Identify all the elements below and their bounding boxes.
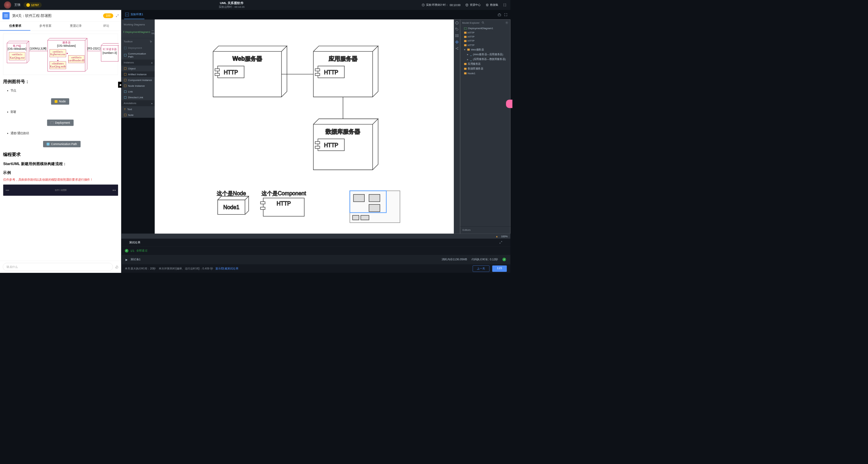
tab-answer[interactable]: 参考答案 [30, 22, 60, 31]
collapse-handle[interactable]: ◀ [118, 82, 122, 88]
warning-note: 仅作参考，具体保存路径以及创建的模型请按照题目要求进行操作！ [3, 178, 118, 182]
svg-rect-51 [369, 195, 380, 202]
svg-text:{100M以太网}: {100M以太网} [30, 47, 46, 50]
tree-node1[interactable]: Node1 [460, 71, 510, 75]
svg-text:{number=3}: {number=3} [102, 52, 117, 55]
resource-center-link[interactable]: 资源中心 [465, 3, 481, 7]
coins-badge[interactable]: 12707 [23, 2, 41, 7]
env-icon [125, 13, 129, 16]
prev-button[interactable]: 上一关 [473, 265, 489, 272]
countdown: 实验环境倒计时：00:10:00 [422, 3, 460, 7]
tree-http[interactable]: HTTP [460, 39, 510, 43]
li-path: 通道/通信路径 [11, 132, 118, 135]
comment-bar: 说点什么 [0, 261, 121, 273]
component-icon [464, 40, 466, 42]
component-icon [464, 44, 466, 46]
layers-icon [486, 3, 489, 6]
comment-input[interactable]: 说点什么 [3, 263, 113, 271]
menu-button[interactable] [2, 12, 9, 19]
svg-point-60 [458, 49, 458, 50]
test-results-tab[interactable]: 测试结果 [129, 241, 140, 244]
diagram-icon [464, 27, 467, 29]
expand-ide-icon[interactable] [504, 13, 508, 17]
tb-artifact-instance[interactable]: Artifact Instance [121, 72, 155, 77]
fullscreen-icon[interactable] [503, 3, 506, 6]
svg-text:cardReader.dll: cardReader.dll [68, 59, 84, 62]
canvas-status-bar: ▲ 100% [121, 234, 510, 239]
symbol-deployment: Deployment [47, 120, 74, 126]
env-tab[interactable]: 实验环境1 [124, 10, 144, 19]
tag-icon[interactable] [455, 27, 459, 31]
svg-text:KqServer.exe: KqServer.exe [50, 53, 65, 56]
test-set-row[interactable]: ▶测试集1 消耗内存1136.05MB 代码执行时长: 0.12秒 ✓ [121, 255, 510, 264]
working-diagram-item[interactable]: DeploymentDiagram1— Mod [121, 28, 155, 36]
share-icon[interactable] [455, 47, 459, 51]
next-button[interactable]: 11S [492, 265, 507, 272]
svg-rect-50 [353, 195, 364, 202]
total-time: 实验总用时：00:18:26 [219, 5, 245, 9]
svg-rect-31 [315, 69, 320, 71]
tb-deployment[interactable]: Deployment [121, 45, 155, 51]
expand-results-icon[interactable] [499, 241, 502, 244]
search-icon[interactable] [482, 21, 485, 24]
svg-point-59 [458, 47, 458, 48]
tb-commpath[interactable]: Communication Path [121, 51, 155, 60]
puzzle-icon[interactable] [455, 21, 459, 25]
symbol-commpath: Communication Path [43, 141, 81, 147]
help-bubble[interactable] [506, 100, 513, 108]
thumbs-up-icon[interactable] [115, 265, 118, 268]
tree-http[interactable]: HTTP [460, 43, 510, 47]
username: 王强 [14, 3, 21, 7]
tb-node-instance[interactable]: Node Instance [121, 83, 155, 89]
tb-note[interactable]: Note [121, 112, 155, 118]
tab-reset[interactable]: 重置记录 [61, 22, 91, 31]
example-diagram: 客户端 {OS=Windows} «artifact» KaoQing.exe … [3, 34, 118, 75]
svg-rect-46 [261, 207, 265, 209]
svg-text:服务器: 服务器 [62, 41, 71, 44]
tree-web[interactable]: ▾Web服务器 [460, 47, 510, 52]
dataset-link[interactable]: 数据集 [486, 3, 499, 7]
diagram-canvas[interactable]: Web服务器 HTTP 应用服务器 HTTP 数据库服务器 [155, 20, 454, 234]
tb-object[interactable]: Object [121, 65, 155, 71]
svg-rect-38 [315, 146, 320, 148]
editors-label: Editors [460, 226, 510, 234]
tb-cat-annotations[interactable]: Annotations▴ [121, 100, 155, 106]
tb-cat-instances[interactable]: Instances▴ [121, 60, 155, 66]
tb-directed-link[interactable]: Directed Link [121, 95, 155, 100]
gear-icon[interactable] [505, 21, 508, 24]
test-summary: ✓ 1/1 全部通过 [121, 246, 510, 255]
warning-icon[interactable]: ▲ [496, 235, 498, 238]
svg-text:HTTP: HTTP [224, 69, 238, 75]
columns-icon[interactable] [455, 34, 459, 38]
tab-requirements[interactable]: 任务要求 [0, 22, 30, 31]
move-icon[interactable] [455, 40, 459, 44]
test-results-panel: 测试结果 ✓ 1/1 全部通过 ▶测试集1 消耗内存1136.05MB 代码执行… [121, 239, 510, 264]
avatar[interactable] [4, 1, 11, 8]
svg-rect-57 [457, 35, 458, 37]
tree-http[interactable]: HTTP [460, 35, 510, 39]
svg-rect-54 [361, 215, 369, 220]
cursor-icon [150, 40, 152, 43]
svg-rect-27 [215, 73, 219, 76]
zoom-level[interactable]: 100% [501, 235, 508, 238]
svg-text:Web服务器: Web服务器 [232, 55, 262, 62]
tab-comment[interactable]: 评论 [91, 22, 121, 31]
tree-db[interactable]: 数据库服务器 [460, 66, 510, 71]
svg-text:应用服务器: 应用服务器 [328, 55, 358, 62]
memory-usage: 消耗内存1136.05MB [442, 258, 467, 261]
tb-link[interactable]: Link [121, 89, 155, 95]
tree-app[interactable]: 应用服务器 [460, 62, 510, 66]
tree-http[interactable]: HTTP [460, 31, 510, 35]
toggle-results-link[interactable]: 显示/隐藏测试结果 [215, 267, 238, 270]
svg-text:«artifact»: «artifact» [53, 50, 63, 53]
tb-component-instance[interactable]: Component Instance [121, 77, 155, 83]
tree-rel1[interactable]: ▸⎯(Web服务器—应用服务器) [460, 52, 510, 57]
tb-text[interactable]: TText [121, 106, 155, 112]
page-title: 第4关：软件工程-部署图 [12, 13, 103, 18]
tree-rel2[interactable]: ▸⎯(应用服务器—数据库服务器) [460, 57, 510, 62]
expand-icon[interactable] [116, 14, 119, 17]
svg-rect-32 [315, 73, 320, 76]
tree-root[interactable]: DeploymentDiagram1 [460, 26, 510, 31]
exec-time: 代码执行时长: 0.12秒 [471, 258, 498, 261]
toolbox-icon[interactable] [498, 13, 501, 17]
